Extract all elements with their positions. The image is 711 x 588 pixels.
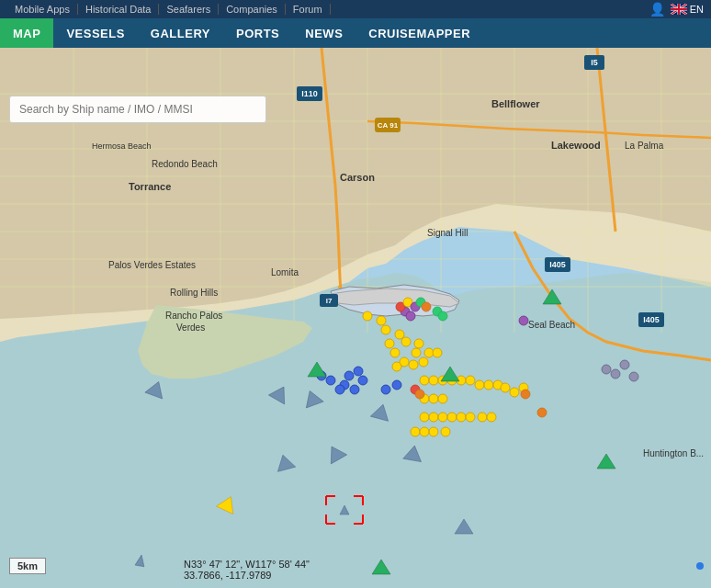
svg-point-62 — [409, 360, 418, 369]
lang-label: EN — [690, 4, 704, 15]
svg-point-58 — [414, 339, 423, 348]
svg-text:Carson: Carson — [340, 172, 375, 183]
svg-point-86 — [478, 413, 487, 422]
coordinates-display: N33° 47' 12", W117° 58' 44" 33.7866, -11… — [184, 559, 310, 581]
nav-gallery[interactable]: GALLERY — [138, 18, 223, 48]
svg-point-70 — [466, 376, 475, 385]
svg-point-83 — [501, 383, 510, 392]
svg-point-75 — [429, 394, 438, 403]
top-link-historical-data[interactable]: Historical Data — [78, 4, 160, 15]
svg-point-52 — [381, 325, 390, 334]
svg-point-112 — [537, 408, 547, 417]
svg-point-105 — [629, 372, 638, 381]
svg-point-108 — [519, 316, 528, 325]
svg-text:Seal Beach: Seal Beach — [528, 320, 575, 330]
svg-point-53 — [395, 330, 404, 339]
svg-marker-143 — [135, 554, 146, 567]
svg-text:Lomita: Lomita — [271, 267, 299, 277]
svg-point-79 — [438, 413, 447, 422]
svg-point-110 — [415, 390, 424, 399]
svg-point-114 — [438, 311, 447, 321]
svg-text:Huntington B...: Huntington B... — [643, 448, 704, 458]
svg-point-93 — [358, 376, 367, 385]
user-icon[interactable]: 👤 — [649, 2, 665, 17]
coord-line1: N33° 47' 12", W117° 58' 44" — [184, 559, 310, 570]
svg-point-104 — [620, 360, 629, 369]
top-right: 👤 EN — [649, 2, 704, 17]
svg-point-100 — [392, 380, 401, 390]
nav-cruisemapper[interactable]: CRUISEMAPPER — [356, 18, 483, 48]
svg-text:I7: I7 — [326, 297, 333, 305]
vessel-near-scale — [133, 553, 148, 571]
top-link-forum[interactable]: Forum — [286, 4, 331, 15]
svg-point-119 — [422, 302, 431, 311]
svg-point-101 — [381, 385, 390, 394]
svg-point-55 — [390, 348, 400, 357]
svg-point-82 — [466, 413, 475, 422]
svg-point-102 — [602, 365, 611, 374]
svg-point-77 — [420, 413, 429, 422]
map[interactable]: I110 CA 91 I405 I405 I5 I7 Bellflower La… — [0, 48, 711, 588]
language-selector[interactable]: EN — [671, 4, 704, 15]
svg-text:Redondo Beach: Redondo Beach — [152, 159, 218, 169]
svg-point-60 — [433, 348, 442, 357]
coord-line2: 33.7866, -117.9789 — [184, 570, 310, 581]
top-link-companies[interactable]: Companies — [219, 4, 286, 15]
svg-point-97 — [350, 385, 359, 394]
svg-point-78 — [429, 413, 438, 422]
svg-point-107 — [406, 311, 415, 321]
svg-point-94 — [344, 371, 354, 380]
flag-icon — [671, 4, 687, 15]
nav-news[interactable]: NEWS — [292, 18, 356, 48]
scale-label: 5km — [17, 560, 38, 571]
svg-point-88 — [411, 427, 420, 436]
svg-text:I5: I5 — [591, 58, 598, 67]
svg-text:Palos Verdes Estates: Palos Verdes Estates — [108, 260, 196, 270]
gps-dot — [696, 562, 704, 570]
svg-point-92 — [354, 367, 363, 376]
top-link-seafarers[interactable]: Seafarers — [159, 4, 219, 15]
svg-point-111 — [521, 390, 530, 399]
svg-text:I405: I405 — [549, 260, 566, 269]
svg-point-103 — [611, 369, 620, 379]
top-link-mobile-apps[interactable]: Mobile Apps — [7, 4, 78, 15]
svg-point-61 — [419, 357, 428, 367]
search-input[interactable] — [9, 96, 266, 123]
svg-point-54 — [385, 339, 394, 348]
svg-text:Hermosa Beach: Hermosa Beach — [92, 141, 152, 151]
nav-map[interactable]: MAP — [0, 18, 53, 48]
svg-point-84 — [510, 388, 519, 397]
svg-text:Verdes: Verdes — [176, 322, 205, 333]
svg-text:Signal Hill: Signal Hill — [427, 228, 468, 238]
nav-bar: MAP VESSELS GALLERY PORTS NEWS CRUISEMAP… — [0, 18, 711, 48]
svg-point-65 — [420, 376, 429, 385]
svg-text:Torrance: Torrance — [129, 181, 171, 192]
svg-point-98 — [326, 376, 335, 385]
nav-ports[interactable]: PORTS — [223, 18, 292, 48]
svg-text:I405: I405 — [643, 315, 660, 324]
svg-text:Rolling Hills: Rolling Hills — [170, 288, 218, 298]
svg-point-50 — [363, 311, 372, 321]
svg-point-66 — [429, 376, 438, 385]
svg-point-71 — [475, 380, 484, 390]
svg-text:CA 91: CA 91 — [378, 121, 399, 130]
svg-point-64 — [392, 362, 401, 371]
top-bar: Mobile Apps Historical Data Seafarers Co… — [0, 0, 711, 18]
svg-point-59 — [424, 348, 434, 357]
nav-vessels[interactable]: VESSELS — [53, 18, 137, 48]
svg-point-51 — [377, 316, 386, 325]
svg-point-87 — [487, 413, 496, 422]
svg-text:I110: I110 — [301, 89, 318, 98]
svg-point-72 — [484, 380, 493, 390]
svg-point-76 — [438, 394, 447, 403]
svg-point-81 — [457, 413, 466, 422]
svg-point-91 — [441, 427, 450, 436]
svg-point-89 — [420, 427, 429, 436]
svg-text:La Palma: La Palma — [625, 141, 664, 151]
svg-point-90 — [429, 427, 438, 436]
svg-text:Rancho Palos: Rancho Palos — [165, 311, 222, 321]
svg-text:Lakewood: Lakewood — [551, 140, 601, 151]
map-background: I110 CA 91 I405 I405 I5 I7 Bellflower La… — [0, 48, 711, 588]
search-bar — [9, 96, 266, 123]
svg-point-80 — [447, 413, 457, 422]
